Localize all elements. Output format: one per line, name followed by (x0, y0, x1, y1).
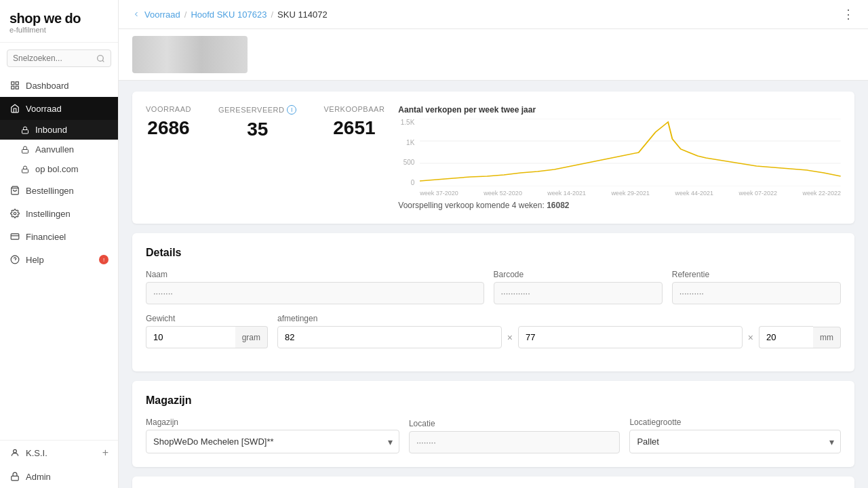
details-row-1: Naam Barcode Referentie (146, 270, 841, 304)
gereserveerd-label: GERESERVEERD i (218, 105, 297, 115)
referentie-label: Referentie (672, 270, 841, 279)
chart-area: Aantal verkopen per week twee jaar 1.5K … (398, 105, 841, 210)
financieel-icon (9, 231, 20, 242)
sidebar: shop we do e-fulfilment Dashboard Voorra… (0, 0, 119, 488)
logo-sub: e-fulfilment (9, 26, 108, 34)
sidebar-item-opbolcom[interactable]: op bol.com (0, 159, 118, 179)
product-header (119, 29, 868, 81)
stats-left: VOORRAAD 2686 GERESERVEERD i 35 VERKOOPB… (146, 105, 384, 210)
referentie-group: Referentie (672, 270, 841, 304)
y-label-2: 500 (398, 159, 414, 166)
y-label-3: 1K (398, 139, 414, 146)
y-label-1: 0 (398, 179, 414, 186)
sidebar-item-help[interactable]: Help ! (0, 248, 118, 271)
chart-title: Aantal verkopen per week twee jaar (398, 105, 841, 115)
svg-line-1 (102, 60, 104, 62)
magazijn-select-label: Magazijn (146, 418, 399, 427)
main: Voorraad / Hoofd SKU 107623 / SKU 114072… (119, 0, 868, 488)
sidebar-item-bestellingen[interactable]: Bestellingen (0, 179, 118, 202)
sidebar-item-instellingen[interactable]: Instellingen (0, 202, 118, 225)
sidebar-item-help-label: Help (26, 255, 44, 265)
breadcrumb-current: SKU 114072 (277, 9, 328, 20)
gewicht-input[interactable] (146, 326, 235, 348)
gewicht-label: Gewicht (146, 314, 268, 323)
x-label-1: week 37-2020 (420, 190, 458, 197)
more-options-button[interactable]: ⋮ (842, 7, 854, 22)
voorraad-icon (9, 103, 20, 114)
dim1-input[interactable] (277, 326, 502, 348)
svg-rect-11 (11, 234, 19, 239)
help-icon (9, 254, 20, 265)
sidebar-item-opbolcom-label: op bol.com (35, 164, 79, 174)
dim2-input[interactable] (518, 326, 743, 348)
magazijn-title: Magazijn (146, 394, 841, 407)
nav-section: Dashboard Voorraad Inbound Aanvullen (0, 74, 118, 440)
ksi-plus-icon[interactable]: + (102, 447, 108, 459)
locatiegrootte-select[interactable]: Pallet (629, 430, 841, 453)
svg-rect-7 (22, 149, 28, 153)
search-input[interactable] (13, 54, 96, 63)
sidebar-item-voorraad-label: Voorraad (26, 104, 62, 114)
sidebar-item-instellingen-label: Instellingen (26, 209, 71, 219)
product-image (132, 36, 248, 73)
bestellingen-icon (9, 185, 20, 196)
x-label-6: week 07-2022 (738, 190, 777, 197)
magazijn-select-group: Magazijn ShopWeDo Mechelen [SWD]** ▾ (146, 418, 399, 453)
ksi-icon (9, 447, 20, 458)
chart-svg-wrap (420, 119, 841, 188)
gewicht-unit: gram (235, 326, 268, 348)
back-icon (132, 10, 140, 18)
svg-rect-8 (22, 169, 28, 173)
svg-point-15 (14, 449, 17, 453)
x-label-5: week 44-2021 (675, 190, 713, 197)
sidebar-item-dashboard[interactable]: Dashboard (0, 74, 118, 97)
gereserveerd-value: 35 (218, 119, 297, 140)
stats-chart-row: VOORRAAD 2686 GERESERVEERD i 35 VERKOOPB… (146, 105, 841, 210)
y-axis: 1.5K 1K 500 0 (398, 119, 417, 186)
opbolcom-icon (20, 165, 30, 174)
sidebar-item-dashboard-label: Dashboard (26, 81, 69, 91)
svg-point-0 (98, 55, 104, 61)
sidebar-admin-label: Admin (26, 472, 51, 482)
details-card: Details Naam Barcode Referentie Gewicht (132, 233, 854, 371)
breadcrumb-link-2[interactable]: Hoofd SKU 107623 (191, 9, 267, 20)
naam-input[interactable] (146, 282, 484, 304)
locatie-group: Locatie (409, 419, 620, 453)
sidebar-item-bestellingen-label: Bestellingen (26, 186, 74, 196)
breadcrumb-link-1[interactable]: Voorraad (144, 9, 180, 20)
search-icon (96, 54, 105, 63)
svg-rect-2 (12, 82, 14, 85)
dim-sep-2: × (743, 332, 759, 343)
magazijn-select-wrap: ShopWeDo Mechelen [SWD]** ▾ (146, 430, 399, 453)
help-badge: ! (99, 255, 108, 264)
svg-rect-16 (12, 476, 19, 480)
forecast-text: Voorspelling verkoop komende 4 weken: 16… (398, 201, 841, 210)
barcode-input[interactable] (494, 282, 663, 304)
x-label-4: week 29-2021 (611, 190, 650, 197)
sidebar-item-ksi[interactable]: K.S.I. + (0, 441, 118, 465)
magazijn-select[interactable]: ShopWeDo Mechelen [SWD]** (146, 430, 399, 453)
logo-text: shop we do (9, 11, 108, 26)
dim3-input[interactable] (759, 326, 813, 348)
inbound-icon (20, 125, 30, 135)
verkoopbaar-label: VERKOOPBAAR (323, 105, 384, 113)
gereserveerd-stat: GERESERVEERD i 35 (218, 105, 297, 140)
sidebar-item-financieel[interactable]: Financieel (0, 225, 118, 248)
search-wrap (7, 49, 111, 67)
sidebar-item-aanvullen[interactable]: Aanvullen (0, 140, 118, 159)
referentie-input[interactable] (672, 282, 841, 304)
chart-svg (420, 119, 841, 186)
nav-bottom: K.S.I. + Admin (0, 440, 118, 488)
afmetingen-label: afmetingen (277, 314, 841, 323)
afmetingen-group: afmetingen × × mm (277, 314, 841, 348)
sidebar-item-admin[interactable]: Admin (0, 465, 118, 488)
locatie-input[interactable] (409, 431, 620, 453)
search-box (0, 43, 118, 74)
dim-unit: mm (813, 327, 841, 348)
verkoopbaar-value: 2651 (323, 117, 384, 139)
sidebar-item-voorraad[interactable]: Voorraad (0, 97, 118, 120)
forecast-value: 16082 (547, 201, 569, 210)
gereserveerd-info-icon[interactable]: i (287, 105, 296, 115)
sidebar-item-inbound[interactable]: Inbound (0, 120, 118, 140)
barcode-group: Barcode (494, 270, 663, 304)
